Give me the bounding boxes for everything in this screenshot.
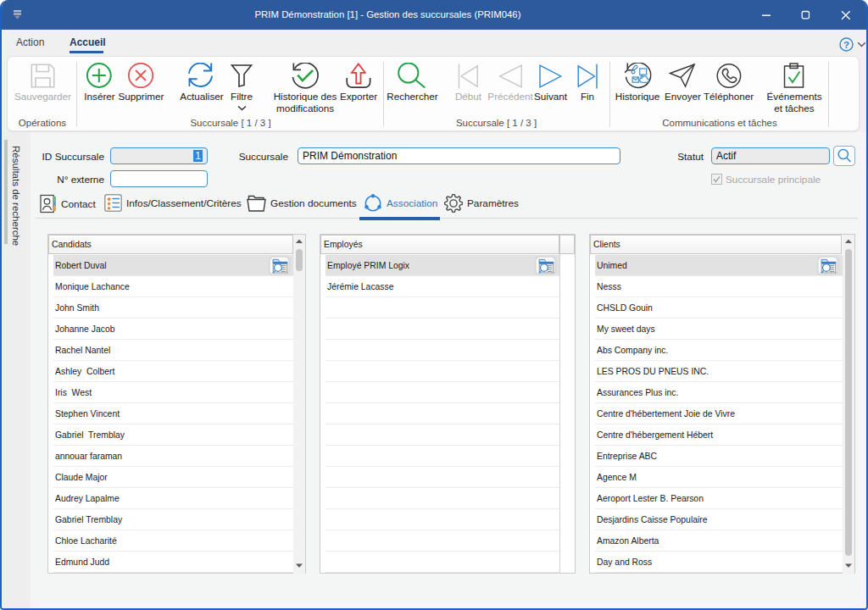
- svg-text:?: ?: [843, 40, 849, 50]
